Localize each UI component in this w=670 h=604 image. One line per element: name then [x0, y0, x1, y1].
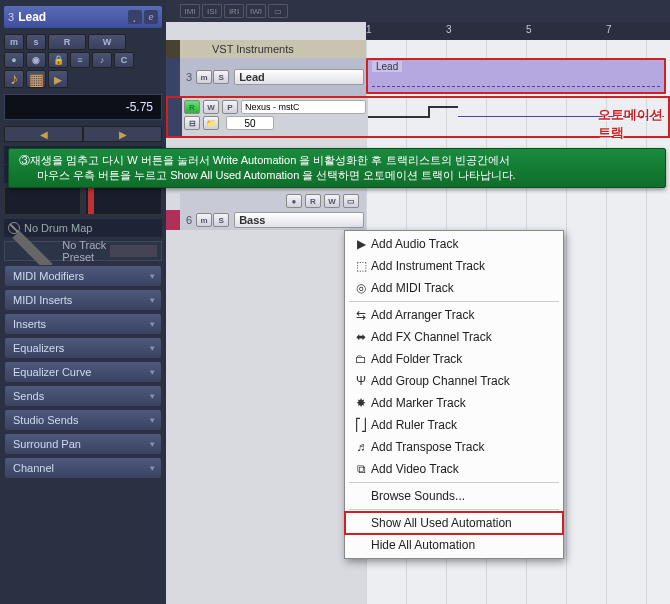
menu-browse-sounds[interactable]: Browse Sounds... [345, 485, 563, 507]
folder-icon: 🗀 [351, 352, 371, 366]
menu-add-ruler[interactable]: ⎡⎦Add Ruler Track [345, 414, 563, 436]
note-icon[interactable]: ♪ [4, 70, 24, 88]
auto-handle[interactable] [168, 98, 182, 136]
midi-icon: ◎ [351, 281, 371, 295]
next-button[interactable]: ▶ [83, 126, 162, 142]
tool-iwi-icon[interactable]: IWI [246, 4, 266, 18]
panel-channel[interactable]: Channel▾ [4, 457, 162, 479]
tool-square-icon[interactable]: ▭ [268, 4, 288, 18]
value-display[interactable]: -5.75 [4, 94, 162, 120]
midi-notes-icon [372, 80, 660, 92]
bass-mute-button[interactable]: m [196, 213, 212, 227]
track-preset-selector[interactable]: No Track Preset [4, 241, 162, 261]
sub-write-button[interactable]: W [324, 194, 340, 208]
menu-add-arranger[interactable]: ⇆Add Arranger Track [345, 304, 563, 326]
vst-track-header[interactable]: VST Instruments [180, 40, 366, 58]
context-menu: ▶Add Audio Track ⬚Add Instrument Track ◎… [344, 230, 564, 559]
arrange-area: IMI ISI IRI IWI ▭ 1 3 5 7 9 11 VST Instr… [166, 0, 670, 604]
menu-add-audio[interactable]: ▶Add Audio Track [345, 233, 563, 255]
tool-iri-icon[interactable]: IRI [224, 4, 244, 18]
inspector-track-header[interactable]: 3 Lead e [4, 6, 162, 28]
lead-track-row: 3 m S Lead Lead [166, 58, 670, 96]
marker-icon: ✸ [351, 396, 371, 410]
bass-handle[interactable] [166, 210, 180, 230]
auto-p-button[interactable]: P [222, 100, 238, 114]
vst-handle[interactable] [166, 40, 180, 58]
menu-separator [349, 482, 559, 483]
lead-name-field[interactable]: Lead [234, 69, 364, 85]
automation-label: 오토메이션 트랙 [598, 106, 664, 142]
auto-mute-button[interactable]: ⊟ [184, 116, 200, 130]
automation-lane[interactable]: 오토메이션 트랙 [368, 98, 664, 136]
bass-solo-button[interactable]: S [213, 213, 229, 227]
video-icon: ⧉ [351, 462, 371, 476]
menu-add-midi[interactable]: ◎Add MIDI Track [345, 277, 563, 299]
track-toolbar: IMI ISI IRI IWI ▭ [166, 0, 670, 22]
menu-add-instrument[interactable]: ⬚Add Instrument Track [345, 255, 563, 277]
play-icon[interactable]: ▸ [48, 70, 68, 88]
menu-add-group[interactable]: ΨAdd Group Channel Track [345, 370, 563, 392]
panel-inserts[interactable]: Inserts▾ [4, 313, 162, 335]
menu-add-video[interactable]: ⧉Add Video Track [345, 458, 563, 480]
mute-button[interactable]: m [4, 34, 24, 50]
monitor-button[interactable]: ◉ [26, 52, 46, 68]
record-button[interactable]: ● [4, 52, 24, 68]
tool-imi-icon[interactable]: IMI [180, 4, 200, 18]
menu-hide-all-automation[interactable]: Hide All Automation [345, 534, 563, 556]
panel-equalizers[interactable]: Equalizers▾ [4, 337, 162, 359]
menu-add-marker[interactable]: ✸Add Marker Track [345, 392, 563, 414]
bass-track-number: 6 [186, 214, 192, 226]
menu-add-folder[interactable]: 🗀Add Folder Track [345, 348, 563, 370]
lead-solo-button[interactable]: S [213, 70, 229, 84]
write-auto-button[interactable]: W [88, 34, 126, 50]
tool-isi-icon[interactable]: ISI [202, 4, 222, 18]
c-button[interactable]: C [114, 52, 134, 68]
lead-mute-button[interactable]: m [196, 70, 212, 84]
panel-studio-sends[interactable]: Studio Sends▾ [4, 409, 162, 431]
play-icon: ▶ [351, 237, 371, 251]
lock-button[interactable]: 🔒 [48, 52, 68, 68]
read-auto-button[interactable]: R [48, 34, 86, 50]
group-icon: Ψ [351, 374, 371, 388]
subtrack-header[interactable]: ● R W ▭ [180, 192, 366, 210]
auto-read-button[interactable]: R [184, 100, 200, 114]
instruction-callout: ③재생을 멈추고 다시 W 버튼을 눌러서 Write Automation 을… [8, 148, 666, 188]
panel-sends[interactable]: Sends▾ [4, 385, 162, 407]
auto-value-field[interactable]: 50 [226, 116, 274, 130]
sub-read-button[interactable]: R [305, 194, 321, 208]
auto-folder-button[interactable]: 📁 [203, 116, 219, 130]
solo-button[interactable]: s [26, 34, 46, 50]
menu-add-fx[interactable]: ⬌Add FX Channel Track [345, 326, 563, 348]
panel-surround-pan[interactable]: Surround Pan▾ [4, 433, 162, 455]
lead-handle[interactable] [166, 58, 180, 96]
drum-map-icon[interactable]: ▦ [26, 70, 46, 88]
auto-param-field[interactable]: Nexus - mstC [241, 100, 366, 114]
sub-edit-button[interactable]: ▭ [343, 194, 359, 208]
lead-track-number: 3 [186, 71, 192, 83]
prev-button[interactable]: ◀ [4, 126, 83, 142]
track-name: Lead [18, 10, 126, 24]
panel-eq-curve[interactable]: Equalizer Curve▾ [4, 361, 162, 383]
vst-instruments-row: VST Instruments [166, 40, 670, 58]
panel-midi-inserts[interactable]: MIDI Inserts▾ [4, 289, 162, 311]
timebase-button[interactable]: ♪ [92, 52, 112, 68]
inspector-panel: 3 Lead e m s R W ● ◉ 🔒 ≡ ♪ C ♪ ▦ ▸ -5.75… [0, 0, 166, 604]
bass-track-header[interactable]: 6 m S Bass [180, 210, 366, 230]
menu-show-all-automation[interactable]: Show All Used Automation [345, 512, 563, 534]
automation-track-header[interactable]: R W P Nexus - mstC ⊟ 📁 50 [182, 98, 368, 136]
edit-icon[interactable]: e [144, 10, 158, 24]
automation-track-row: R W P Nexus - mstC ⊟ 📁 50 오토메이션 트랙 [166, 96, 670, 138]
subtrack-row: ● R W ▭ [166, 192, 670, 210]
auto-write-button[interactable]: W [203, 100, 219, 114]
timeline-ruler[interactable]: 1 3 5 7 9 11 [366, 22, 670, 40]
menu-add-transpose[interactable]: ♬Add Transpose Track [345, 436, 563, 458]
lead-midi-region[interactable]: Lead [366, 58, 666, 94]
lead-track-header[interactable]: 3 m S Lead [180, 58, 366, 96]
step-number: ③ [19, 154, 30, 166]
sub-record-button[interactable]: ● [286, 194, 302, 208]
color-icon[interactable] [128, 10, 142, 24]
drum-map-selector[interactable]: No Drum Map [4, 219, 162, 237]
panel-midi-modifiers[interactable]: MIDI Modifiers▾ [4, 265, 162, 287]
bass-name-field[interactable]: Bass [234, 212, 364, 228]
lane-button[interactable]: ≡ [70, 52, 90, 68]
